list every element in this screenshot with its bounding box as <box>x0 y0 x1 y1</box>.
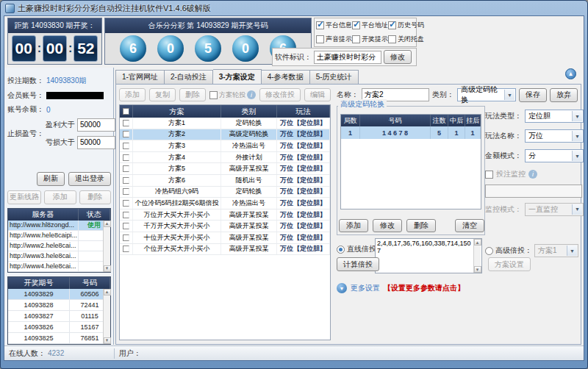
table-row[interactable]: 方案2 高级定码轮换 万位【定位胆】 <box>120 129 330 141</box>
table-row[interactable]: 方案1 定码轮换 万位【定位胆】 <box>120 118 330 129</box>
play-name-select[interactable]: 万位 ▼ <box>525 129 584 143</box>
more-settings-icon[interactable]: ▼ <box>337 283 347 293</box>
scrollbar[interactable]: ▲ ▼ <box>103 221 110 272</box>
plan-copy-button[interactable]: 复制 <box>149 88 176 101</box>
table-row[interactable]: 14093826 15167 <box>8 322 110 333</box>
up-arrow-button[interactable]: ▲ <box>565 68 576 79</box>
row-checkbox[interactable] <box>123 212 129 218</box>
discard-button[interactable]: 放弃 <box>550 88 578 102</box>
table-row[interactable]: http://www2.hele8cai... <box>8 241 110 251</box>
checkbox[interactable] <box>388 35 396 43</box>
monitor-checkbox[interactable] <box>485 171 493 179</box>
table-row[interactable]: 方案6 随机出号 万位【定位胆】 <box>120 175 330 187</box>
table-row[interactable]: 14093827 01115 <box>8 311 110 322</box>
row-checkbox[interactable] <box>123 154 129 161</box>
modify-bet-button[interactable]: 修改倍投 <box>259 88 301 101</box>
plan-add-button[interactable]: 添加 <box>119 88 146 101</box>
refresh-button[interactable]: 刷新 <box>37 172 65 186</box>
table-row[interactable]: 方案5 高级开某投某 万位【定位胆】 <box>120 163 330 175</box>
checkbox[interactable] <box>209 91 218 99</box>
software-id-input[interactable] <box>314 51 381 64</box>
option-draw-alert[interactable]: 开奖提示 <box>352 35 388 44</box>
checkbox[interactable] <box>316 35 324 43</box>
option-platform-info[interactable]: 平台信息 <box>316 21 352 30</box>
scroll-down-icon[interactable]: ▼ <box>474 266 481 273</box>
table-row[interactable]: http://www.hele8caipi... <box>8 231 110 241</box>
plan-delete-button[interactable]: 删除 <box>179 88 206 101</box>
scroll-down-icon[interactable]: ▼ <box>104 265 111 272</box>
scroll-up-icon[interactable]: ▲ <box>104 289 111 295</box>
row-checkbox[interactable] <box>123 188 129 195</box>
update-lines-button[interactable]: 更新线路 <box>7 190 41 204</box>
modify-button[interactable]: 修改 <box>384 50 412 64</box>
row-checkbox[interactable] <box>123 200 129 207</box>
adv-bet-select[interactable]: 方案1 ▼ <box>534 244 578 257</box>
more-settings-row[interactable]: ▼ 更多设置 【设置更多参数请点击】 <box>337 283 465 293</box>
category-select[interactable]: 高级定码轮换 ▼ <box>457 88 516 101</box>
table-row[interactable]: 14093825 76851 <box>8 333 110 344</box>
table-row[interactable]: 方案4 外接计划 万位【定位胆】 <box>120 152 330 164</box>
plan-rotate-option[interactable]: 方案轮投 <box>209 90 256 100</box>
monitor-input[interactable] <box>485 184 582 198</box>
table-row[interactable]: 千万开大买大开小买小 高级开某投某 万位【定位胆】 <box>120 221 330 232</box>
plan-edit-button[interactable]: 编辑 <box>304 88 331 101</box>
tab-official-site[interactable]: 1-官网网址 <box>115 70 165 85</box>
select-all-checkbox[interactable] <box>123 108 129 115</box>
adv-bet-radio[interactable] <box>485 247 493 255</box>
table-row[interactable]: 1 1 4 6 7 8 5 1 1 <box>341 126 481 139</box>
number-add-button[interactable]: 添加 <box>339 219 368 232</box>
line-bet-textarea[interactable]: 2,4,8,17,36,76,160,338,714,1507 <box>375 238 482 273</box>
profit-input[interactable] <box>77 118 115 132</box>
monitor-mode-select[interactable]: 一直监控 ▼ <box>525 203 584 216</box>
table-row[interactable]: 14093828 72441 <box>8 300 110 311</box>
number-delete-button[interactable]: 删除 <box>406 219 436 232</box>
row-checkbox[interactable] <box>123 177 129 184</box>
option-close-tray[interactable]: 关闭托盘 <box>388 35 424 44</box>
checkbox[interactable] <box>316 21 324 29</box>
tab-plan-settings[interactable]: 3-方案设定 <box>213 69 262 85</box>
row-checkbox[interactable] <box>123 131 129 137</box>
scroll-up-icon[interactable]: ▲ <box>104 221 111 227</box>
plan-settings-button[interactable]: 方案设置 <box>488 257 531 271</box>
more-settings-label[interactable]: 更多设置 <box>351 283 380 293</box>
option-sound-alert[interactable]: 声音提示 <box>316 35 352 44</box>
amount-mode-select[interactable]: 分 ▼ <box>525 149 584 162</box>
clear-button[interactable]: 清空 <box>455 219 484 232</box>
row-checkbox[interactable] <box>123 143 129 149</box>
calc-bet-button[interactable]: 计算倍投 <box>337 257 379 271</box>
table-row[interactable]: http://www.hl8zongd... 使用 <box>8 221 110 231</box>
play-type-select[interactable]: 定位胆 ▼ <box>525 110 584 123</box>
option-platform-address[interactable]: 平台地址 <box>352 21 388 30</box>
tab-auto-bet[interactable]: 2-自动投注 <box>165 70 213 85</box>
table-row[interactable]: 冷热码组六9码 定码轮换 万位【定位胆】 <box>120 187 330 198</box>
save-button[interactable]: 保存 <box>519 88 547 102</box>
scrollbar[interactable]: ▲ ▼ <box>103 289 110 344</box>
row-checkbox[interactable] <box>123 165 129 172</box>
scroll-down-icon[interactable]: ▼ <box>104 337 111 344</box>
option-history-numbers[interactable]: 历史号码 <box>388 21 424 30</box>
table-row[interactable]: 个位开大买大开小买小 高级开某投某 万位【定位胆】 <box>120 244 330 256</box>
scroll-up-icon[interactable]: ▲ <box>474 239 481 246</box>
number-modify-button[interactable]: 修改 <box>373 219 402 232</box>
checkbox[interactable] <box>352 21 360 29</box>
titlebar[interactable]: 土豪赚投时时彩分分彩自动投注挂机软件V1.4.6破解版 <box>1 1 587 15</box>
checkbox[interactable] <box>352 35 360 43</box>
table-row[interactable]: 个位冷码5码挂2期买6期倍投 冷热温出号 万位【定位胆】 <box>120 198 330 209</box>
table-row[interactable]: 14093829 60506 <box>8 289 110 300</box>
tab-reference-data[interactable]: 4-参考数据 <box>262 70 310 85</box>
delete-line-button[interactable]: 删除 <box>79 190 112 204</box>
logout-button[interactable]: 退出登录 <box>68 172 111 186</box>
row-checkbox[interactable] <box>123 246 129 252</box>
table-row[interactable]: http://www4.hele8cai... <box>8 262 110 272</box>
loss-input[interactable] <box>77 136 115 149</box>
row-checkbox[interactable] <box>123 234 129 241</box>
scrollbar[interactable]: ▲ ▼ <box>473 239 481 273</box>
row-checkbox[interactable] <box>123 120 129 126</box>
table-row[interactable]: http://www3.hele8cai... <box>8 251 110 262</box>
table-row[interactable]: 十位开大买大开小买小 高级开某投某 万位【定位胆】 <box>120 232 330 244</box>
line-bet-radio[interactable] <box>337 246 345 254</box>
row-checkbox[interactable] <box>123 223 129 229</box>
tab-history-stats[interactable]: 5-历史统计 <box>310 70 359 85</box>
checkbox[interactable] <box>388 21 396 29</box>
table-row[interactable]: 方案3 冷热温出号 万位【定位胆】 <box>120 140 330 152</box>
